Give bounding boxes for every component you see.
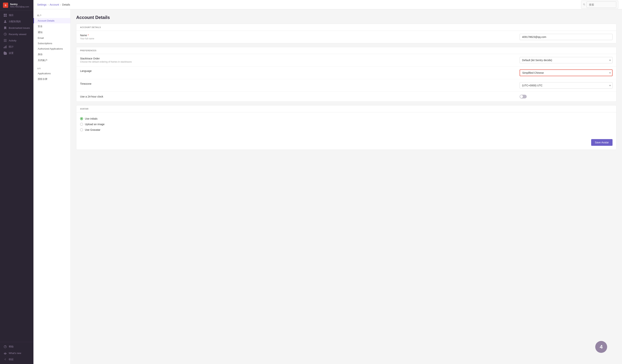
timezone-label: Timezone xyxy=(80,82,516,85)
clock-label: Use a 24-hour clock xyxy=(80,95,516,98)
settings-nav-authorized-apps[interactable]: Authorized Applications xyxy=(33,46,70,51)
settings-section-api: API xyxy=(33,66,70,71)
name-label-group: Name * Your full name xyxy=(80,34,516,40)
settings-nav-email[interactable]: Email xyxy=(33,35,70,41)
svg-rect-10 xyxy=(5,46,5,48)
settings-section-account: 账户 xyxy=(33,12,70,18)
sidebar-item-whats-new[interactable]: What's new xyxy=(0,350,33,356)
sidebar-item-label-settings: 设置 xyxy=(9,51,14,55)
language-label-group: Language xyxy=(80,69,516,72)
sidebar-item-bookmarked[interactable]: Bookmarked issues xyxy=(0,25,33,31)
help-icon xyxy=(3,345,7,348)
main-content: Account Details ACCOUNT DETAILS Name * Y… xyxy=(71,9,622,364)
name-form-row: Name * Your full name xyxy=(76,31,616,43)
stacktrace-sublabel: Choose the default ordering of frames in… xyxy=(80,60,516,63)
avatar-gravatar-label: Use Gravatar xyxy=(85,128,100,131)
clock-toggle[interactable] xyxy=(520,95,527,98)
language-select[interactable]: Simplified Chinese xyxy=(520,69,613,76)
radio-circle-initials xyxy=(80,117,83,120)
name-sublabel: Your full name xyxy=(80,37,516,40)
main-area: Settings › Account › Details 账户 Account … xyxy=(33,0,622,364)
sidebar-item-recently-viewed[interactable]: Recently viewed xyxy=(0,31,33,37)
avatar-body: Use initials Upload an image Use Gravata… xyxy=(76,112,616,136)
sidebar-item-assigned[interactable]: 分配给我的 xyxy=(0,19,33,25)
stacktrace-select-wrapper: Default (let Sentry decide) ▾ xyxy=(520,57,613,63)
sidebar-item-stats[interactable]: 统计 xyxy=(0,44,33,50)
grid-icon xyxy=(3,14,7,17)
content-layout: 账户 Account Details 安全 通知 Email Subscript… xyxy=(33,9,622,364)
settings-nav-subscriptions[interactable]: Subscriptions xyxy=(33,41,70,46)
sidebar-item-projects[interactable]: 项目 xyxy=(0,12,33,19)
avatar-option-upload[interactable]: Upload an image xyxy=(80,123,613,126)
settings-nav-auth-tokens[interactable]: 授权令牌 xyxy=(33,76,70,82)
sidebar-item-label-collapse: 收起 xyxy=(9,358,14,361)
sidebar-item-label-bookmarked: Bookmarked issues xyxy=(9,27,30,29)
timezone-select-wrapper: (UTC+0000) UTC ▾ xyxy=(520,82,613,89)
sidebar-item-label-assigned: 分配给我的 xyxy=(9,20,21,23)
breadcrumb: Settings › Account › Details xyxy=(37,3,580,6)
svg-rect-11 xyxy=(6,45,6,48)
svg-rect-6 xyxy=(4,39,7,39)
collapse-icon xyxy=(3,358,7,361)
settings-nav-identity[interactable]: 身份 xyxy=(33,51,70,57)
clock-control-group xyxy=(520,95,613,98)
breadcrumb-account[interactable]: Account xyxy=(50,3,59,6)
step-badge: 4 xyxy=(595,341,607,353)
name-input[interactable] xyxy=(520,34,613,40)
radio-dot-initials xyxy=(81,118,82,119)
sidebar-item-label-stats: 统计 xyxy=(9,45,14,48)
sidebar-item-help[interactable]: 帮助 xyxy=(0,344,33,350)
timezone-label-group: Timezone xyxy=(80,82,516,85)
sidebar-bottom: 帮助 What's new 收起 xyxy=(0,342,33,364)
avatar-option-gravatar[interactable]: Use Gravatar xyxy=(80,128,613,131)
sidebar-item-label-recently-viewed: Recently viewed xyxy=(9,33,26,36)
save-avatar-button[interactable]: Save Avatar xyxy=(591,139,613,146)
topbar: Settings › Account › Details xyxy=(33,0,622,9)
search-icon xyxy=(583,3,585,6)
settings-nav-security[interactable]: 安全 xyxy=(33,23,70,29)
stacktrace-label-group: Stacktrace Order Choose the default orde… xyxy=(80,57,516,63)
stacktrace-control-group: Default (let Sentry decide) ▾ xyxy=(520,57,613,63)
sidebar-item-collapse[interactable]: 收起 xyxy=(0,356,33,363)
sidebar-item-activity[interactable]: Activity xyxy=(0,37,33,44)
svg-rect-3 xyxy=(5,15,7,17)
svg-point-14 xyxy=(583,3,585,5)
avatar-upload-label: Upload an image xyxy=(85,123,105,126)
clock-toggle-thumb xyxy=(520,95,523,98)
org-info: Sentry 409178623@qq.com xyxy=(10,3,30,8)
radio-circle-gravatar xyxy=(80,128,83,131)
avatar-header: AVATAR xyxy=(76,105,616,112)
settings-nav-applications[interactable]: Applications xyxy=(33,71,70,76)
account-details-card: ACCOUNT DETAILS Name * Your full name xyxy=(76,24,616,43)
settings-nav-close-account[interactable]: 关闭账户 xyxy=(33,57,70,63)
breadcrumb-settings[interactable]: Settings xyxy=(37,3,47,6)
avatar-btn-row: Save Avatar xyxy=(76,136,616,150)
avatar-card: AVATAR Use initials Upload an image xyxy=(76,105,616,150)
svg-rect-8 xyxy=(4,41,7,42)
broadcast-icon xyxy=(3,351,7,355)
svg-rect-2 xyxy=(4,15,5,17)
main-sidebar: S Sentry 409178623@qq.com 项目 分配给我的 Bookm… xyxy=(0,0,33,364)
avatar-option-initials[interactable]: Use initials xyxy=(80,117,613,120)
svg-rect-1 xyxy=(5,14,7,15)
sidebar-item-label-help: 帮助 xyxy=(9,345,14,348)
sidebar-item-settings[interactable]: 设置 xyxy=(0,50,33,56)
sidebar-item-label-projects: 项目 xyxy=(9,14,14,17)
org-header[interactable]: S Sentry 409178623@qq.com xyxy=(0,0,33,11)
svg-rect-0 xyxy=(4,14,5,15)
bookmark-icon xyxy=(3,26,7,30)
language-label: Language xyxy=(80,69,516,72)
account-details-header: ACCOUNT DETAILS xyxy=(76,24,616,31)
search-input[interactable] xyxy=(586,1,616,8)
avatar-options: Use initials Upload an image Use Gravata… xyxy=(80,116,613,133)
sidebar-item-label-activity: Activity xyxy=(9,39,16,42)
clock-icon xyxy=(3,33,7,36)
settings-nav-notifications[interactable]: 通知 xyxy=(33,29,70,35)
breadcrumb-sep-1: › xyxy=(48,3,49,6)
settings-nav-account-details[interactable]: Account Details xyxy=(33,18,70,23)
timezone-select[interactable]: (UTC+0000) UTC xyxy=(520,82,613,89)
svg-point-4 xyxy=(5,20,6,21)
stacktrace-select[interactable]: Default (let Sentry decide) xyxy=(520,57,613,63)
svg-rect-9 xyxy=(4,47,4,48)
required-star: * xyxy=(88,34,89,37)
